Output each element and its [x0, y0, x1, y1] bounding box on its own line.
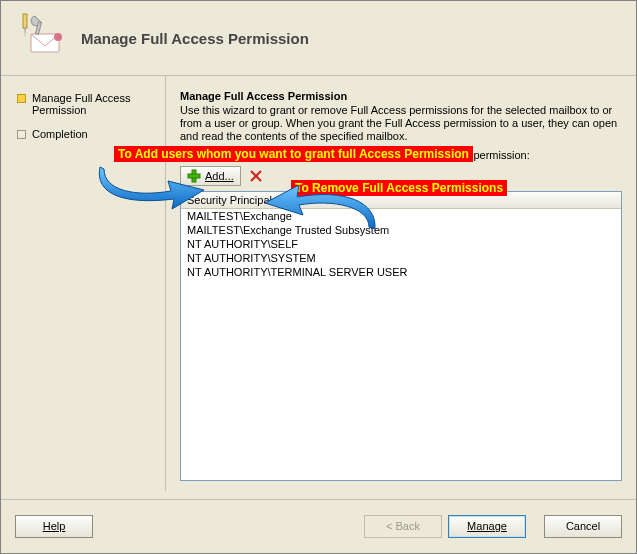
- step-label: Manage Full Access Permission: [32, 92, 157, 116]
- step-completion[interactable]: Completion: [17, 128, 157, 140]
- svg-marker-3: [24, 28, 26, 38]
- manage-button-label: Manage: [467, 520, 507, 532]
- section-description: Use this wizard to grant or remove Full …: [180, 104, 622, 143]
- security-principal-listbox[interactable]: Security Principal MAILTEST\Exchange MAI…: [180, 191, 622, 481]
- cancel-button-label: Cancel: [566, 520, 600, 532]
- x-icon: [249, 169, 263, 183]
- list-column-header[interactable]: Security Principal: [181, 192, 621, 209]
- step-manage-full-access[interactable]: Manage Full Access Permission: [17, 92, 157, 116]
- manage-button[interactable]: Manage: [448, 515, 526, 538]
- help-button-label: Help: [43, 520, 66, 532]
- page-title: Manage Full Access Permission: [81, 30, 309, 47]
- back-button-label: < Back: [386, 520, 420, 532]
- main-panel: Manage Full Access Permission Use this w…: [166, 76, 636, 491]
- help-button[interactable]: Help: [15, 515, 93, 538]
- section-heading: Manage Full Access Permission: [180, 90, 622, 102]
- step-indicator-icon: [17, 130, 26, 139]
- remove-button[interactable]: [247, 167, 265, 185]
- back-button: < Back: [364, 515, 442, 538]
- steps-sidebar: Manage Full Access Permission Completion: [1, 76, 166, 491]
- add-button[interactable]: Add...: [180, 166, 241, 186]
- content-area: Manage Full Access Permission Completion…: [1, 76, 636, 491]
- add-button-label: Add...: [205, 170, 234, 182]
- list-item[interactable]: NT AUTHORITY\SYSTEM: [181, 251, 621, 265]
- wizard-icon: [13, 10, 69, 66]
- list-item[interactable]: MAILTEST\Exchange Trusted Subsystem: [181, 223, 621, 237]
- list-item[interactable]: MAILTEST\Exchange: [181, 209, 621, 223]
- svg-rect-6: [188, 174, 200, 178]
- list-toolbar: Add...: [180, 165, 622, 187]
- step-indicator-icon: [17, 94, 26, 103]
- list-item[interactable]: NT AUTHORITY\SELF: [181, 237, 621, 251]
- svg-rect-2: [23, 14, 27, 28]
- button-bar: Help < Back Manage Cancel: [1, 499, 636, 553]
- select-users-label: Select the user(s) or group(s) to grant …: [180, 149, 622, 161]
- plus-icon: [187, 169, 201, 183]
- cancel-button[interactable]: Cancel: [544, 515, 622, 538]
- step-label: Completion: [32, 128, 88, 140]
- dialog-header: Manage Full Access Permission: [1, 1, 636, 76]
- list-item[interactable]: NT AUTHORITY\TERMINAL SERVER USER: [181, 265, 621, 279]
- svg-point-1: [54, 33, 62, 41]
